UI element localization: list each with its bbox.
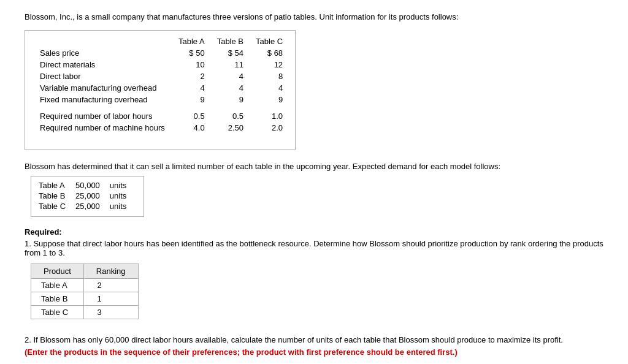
- cell-c: 1.0: [250, 110, 289, 122]
- table-row: Table A: [31, 279, 139, 292]
- table-row: Direct labor 2 4 8: [37, 70, 289, 82]
- row-label: Sales price: [37, 47, 172, 59]
- intro-text: Blossom, Inc., is a small company that m…: [25, 12, 603, 21]
- ranking-table: Product Ranking Table A Table B: [31, 264, 139, 319]
- ranking-value-c: [83, 306, 138, 319]
- ranking-product-c: Table C: [31, 306, 84, 319]
- ranking-product-a: Table A: [31, 279, 84, 292]
- row-label: Required number of labor hours: [37, 110, 172, 122]
- header-empty: [37, 36, 172, 47]
- cell-a: 0.5: [172, 110, 211, 122]
- cell-b: 4: [211, 70, 250, 82]
- ranking-value-b: [83, 292, 138, 306]
- demand-product: Table A: [39, 180, 75, 191]
- ranking-table-header: Product Ranking: [31, 264, 139, 279]
- demand-unit-label: units: [110, 191, 136, 201]
- table-row: Sales price $ 50 $ 54 $ 68: [37, 47, 289, 59]
- cell-b: 0.5: [211, 110, 250, 122]
- table-row: Table B: [31, 292, 139, 306]
- ranking-value-a: [83, 279, 138, 292]
- demand-product: Table B: [39, 191, 75, 201]
- table-row: Direct materials 10 11 12: [37, 59, 289, 70]
- demand-unit-label: units: [110, 180, 136, 191]
- cell-c: 12: [250, 59, 289, 70]
- ranking-product-b: Table B: [31, 292, 84, 306]
- ranking-input-b[interactable]: [98, 294, 128, 303]
- row-label: Fixed manufacturing overhead: [37, 94, 172, 105]
- table-header-row: Table A Table B Table C: [37, 36, 289, 47]
- header-table-b: Table B: [211, 36, 250, 47]
- cell-a: 10: [172, 59, 211, 70]
- header-table-c: Table C: [250, 36, 289, 47]
- ranking-col-product: Product: [31, 264, 84, 279]
- demand-units: 25,000: [75, 201, 110, 211]
- cell-c: 4: [250, 82, 289, 94]
- cell-a: 9: [172, 94, 211, 105]
- product-info-table-wrap: Table A Table B Table C Sales price $ 50…: [25, 30, 296, 150]
- row-label: Direct labor: [37, 70, 172, 82]
- list-item: Table B 25,000 units: [39, 191, 136, 201]
- list-item: Table C 25,000 units: [39, 201, 136, 211]
- cell-a: 2: [172, 70, 211, 82]
- cell-b: 9: [211, 94, 250, 105]
- ranking-table-wrap: Product Ranking Table A Table B: [31, 264, 603, 319]
- demand-product: Table C: [39, 201, 75, 211]
- cell-b: $ 54: [211, 47, 250, 59]
- table-row: Required number of machine hours 4.0 2.5…: [37, 122, 289, 134]
- part2-text: 2. If Blossom has only 60,000 direct lab…: [25, 334, 576, 358]
- cell-c: 8: [250, 70, 289, 82]
- cell-a: 4.0: [172, 122, 211, 134]
- row-label: Required number of machine hours: [37, 122, 172, 134]
- required-label: Required:: [25, 227, 603, 237]
- cell-b: 4: [211, 82, 250, 94]
- demand-table-wrap: Table A 50,000 units Table B 25,000 unit…: [31, 176, 144, 217]
- cell-b: 11: [211, 59, 250, 70]
- demand-table: Table A 50,000 units Table B 25,000 unit…: [39, 180, 136, 211]
- ranking-input-c[interactable]: [98, 308, 128, 317]
- required-text: 1. Suppose that direct labor hours has b…: [25, 239, 603, 257]
- ranking-input-a[interactable]: [98, 281, 128, 290]
- cell-c: 9: [250, 94, 289, 105]
- part2-text-start: 2. If Blossom has only 60,000 direct lab…: [25, 335, 563, 344]
- table-row: Table C: [31, 306, 139, 319]
- demand-units: 25,000: [75, 191, 110, 201]
- cell-a: 4: [172, 82, 211, 94]
- cell-c: 2.0: [250, 122, 289, 134]
- part2-text-red: (Enter the products in the sequence of t…: [25, 347, 458, 357]
- demand-units: 50,000: [75, 180, 110, 191]
- demand-unit-label: units: [110, 201, 136, 211]
- cell-c: $ 68: [250, 47, 289, 59]
- demand-text: Blossom has determined that it can sell …: [25, 162, 603, 171]
- table-row: Variable manufacturing overhead 4 4 4: [37, 82, 289, 94]
- table-row: Required number of labor hours 0.5 0.5 1…: [37, 110, 289, 122]
- table-row-separator: [37, 105, 289, 110]
- demand-section: Blossom has determined that it can sell …: [25, 162, 603, 219]
- cell-a: $ 50: [172, 47, 211, 59]
- ranking-col-ranking: Ranking: [83, 264, 138, 279]
- row-label: Direct materials: [37, 59, 172, 70]
- cell-b: 2.50: [211, 122, 250, 134]
- product-info-table: Table A Table B Table C Sales price $ 50…: [37, 36, 289, 134]
- header-table-a: Table A: [172, 36, 211, 47]
- row-label: Variable manufacturing overhead: [37, 82, 172, 94]
- list-item: Table A 50,000 units: [39, 180, 136, 191]
- part2-section: 2. If Blossom has only 60,000 direct lab…: [25, 334, 603, 364]
- required-section: Required: 1. Suppose that direct labor h…: [25, 227, 603, 319]
- table-row: Fixed manufacturing overhead 9 9 9: [37, 94, 289, 105]
